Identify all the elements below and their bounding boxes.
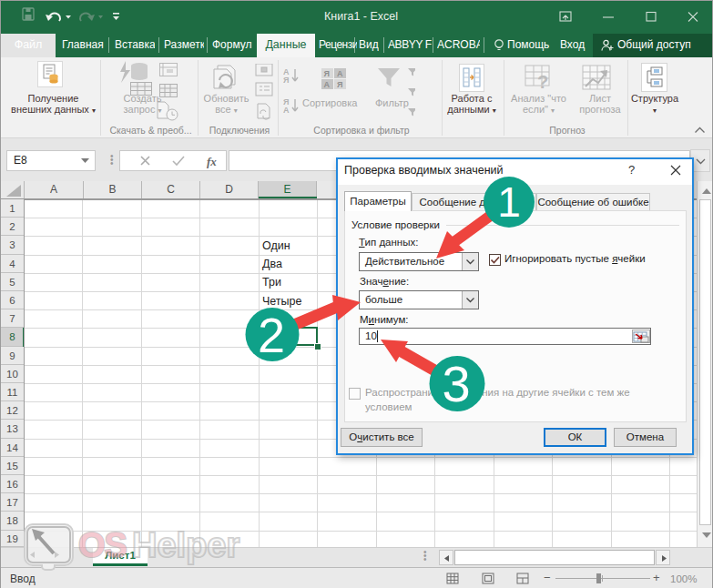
svg-text:fx: fx [207,155,217,168]
svg-text:Я: Я [324,69,330,78]
svg-text:?: ? [537,72,548,92]
svg-text:OS: OS [78,526,127,564]
svg-text:А: А [324,80,331,89]
svg-text:Я: Я [337,80,342,89]
svg-text:Я: Я [283,76,289,85]
svg-text:А: А [283,106,290,115]
svg-text:А: А [337,69,343,78]
svg-text:Helper: Helper [132,526,239,564]
